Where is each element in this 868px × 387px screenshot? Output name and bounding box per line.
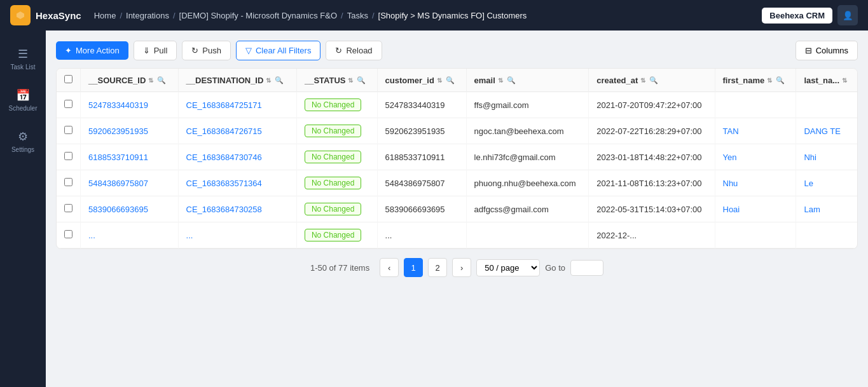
brand-logo[interactable]: HexaSync xyxy=(10,5,81,25)
row-source-id: 5920623951935 xyxy=(81,118,179,144)
source-id-link[interactable]: 5920623951935 xyxy=(88,126,148,136)
table-row: 5484386975807 CE_1683683571364 No Change… xyxy=(57,170,857,196)
status-badge: No Changed xyxy=(305,177,361,189)
data-table: __SOURCE_ID ⇅ 🔍 __DESTINATION_ID ⇅ 🔍 xyxy=(57,69,857,248)
row-created-at: 2022-12-... xyxy=(589,222,715,248)
user-icon-button[interactable]: 👤 xyxy=(837,5,858,25)
columns-button[interactable]: ⊟ Columns xyxy=(796,41,858,60)
more-action-button[interactable]: ✦ More Action xyxy=(56,41,128,60)
col-status[interactable]: __STATUS ⇅ 🔍 xyxy=(296,69,377,92)
col-email[interactable]: email ⇅ 🔍 xyxy=(466,69,589,92)
row-status: No Changed xyxy=(296,196,377,222)
push-button[interactable]: ↻ Push xyxy=(182,41,231,60)
filter-icon-first-name: 🔍 xyxy=(776,76,785,85)
row-customer-id: ... xyxy=(377,222,466,248)
source-id-link[interactable]: ... xyxy=(88,231,95,240)
sort-icon-status: ⇅ xyxy=(348,77,353,84)
source-id-link[interactable]: 6188533710911 xyxy=(88,153,148,162)
dest-id-link[interactable]: CE_1683683571364 xyxy=(186,179,262,188)
row-status: No Changed xyxy=(296,144,377,170)
sort-icon-email: ⇅ xyxy=(498,77,503,84)
col-created-at[interactable]: created_at ⇅ 🔍 xyxy=(589,69,715,92)
row-checkbox-cell[interactable] xyxy=(57,196,81,222)
topnav: HexaSync Home / Integrations / [DEMO] Sh… xyxy=(0,0,868,31)
row-checkbox[interactable] xyxy=(64,178,72,186)
row-source-id: 6188533710911 xyxy=(81,144,179,170)
status-badge: No Changed xyxy=(305,151,361,163)
sep2: / xyxy=(173,11,176,20)
row-dest-id: CE_1683684730258 xyxy=(178,196,296,222)
col-last-name[interactable]: last_na... ⇅ xyxy=(796,69,857,92)
source-id-link[interactable]: 5839066693695 xyxy=(88,205,148,214)
row-source-id: 5484386975807 xyxy=(81,170,179,196)
data-table-wrap: __SOURCE_ID ⇅ 🔍 __DESTINATION_ID ⇅ 🔍 xyxy=(56,68,858,249)
row-customer-id: 5484386975807 xyxy=(377,170,466,196)
row-checkbox[interactable] xyxy=(64,204,72,212)
select-all-checkbox[interactable] xyxy=(64,75,72,83)
tasklist-icon: ☰ xyxy=(18,47,28,61)
prev-page-button[interactable]: ‹ xyxy=(380,258,399,277)
table-header: __SOURCE_ID ⇅ 🔍 __DESTINATION_ID ⇅ 🔍 xyxy=(57,69,857,92)
row-source-id: ... xyxy=(81,222,179,248)
toolbar: ✦ More Action ⇓ Pull ↻ Push ▽ Clear All … xyxy=(56,41,858,60)
row-checkbox-cell[interactable] xyxy=(57,118,81,144)
clear-all-filters-button[interactable]: ▽ Clear All Filters xyxy=(236,41,320,60)
col-dest-id[interactable]: __DESTINATION_ID ⇅ 🔍 xyxy=(178,69,296,92)
sidebar-item-scheduler-label: Scheduler xyxy=(8,105,37,112)
source-id-link[interactable]: 5484386975807 xyxy=(88,179,148,188)
nav-current: [Shopify > MS Dynamics FO] Customers xyxy=(378,11,527,20)
row-email: le.nhi73fc@gmail.com xyxy=(466,144,589,170)
row-source-id: 5839066693695 xyxy=(81,196,179,222)
main-content: ✦ More Action ⇓ Pull ↻ Push ▽ Clear All … xyxy=(46,31,868,387)
nav-tasks[interactable]: Tasks xyxy=(347,11,368,20)
row-checkbox[interactable] xyxy=(64,126,72,134)
row-last-name xyxy=(796,92,857,118)
sort-icon-source-id: ⇅ xyxy=(148,77,153,84)
page-1-button[interactable]: 1 xyxy=(404,258,423,277)
row-status: No Changed xyxy=(296,170,377,196)
select-all-header[interactable] xyxy=(57,69,81,92)
row-checkbox-cell[interactable] xyxy=(57,92,81,118)
dest-id-link[interactable]: CE_1683684730746 xyxy=(186,153,262,162)
per-page-select[interactable]: 10 / page 20 / page 50 / page 100 / page xyxy=(476,259,540,276)
row-checkbox[interactable] xyxy=(64,230,72,238)
col-customer-id[interactable]: customer_id ⇅ 🔍 xyxy=(377,69,466,92)
dest-id-link[interactable]: CE_1683684730258 xyxy=(186,205,262,214)
sidebar-item-settings[interactable]: ⚙ Settings xyxy=(4,123,42,160)
row-email: adfgcss@gmail.com xyxy=(466,196,589,222)
push-icon: ↻ xyxy=(191,46,198,55)
nav-demo[interactable]: [DEMO] Shopify - Microsoft Dynamics F&O xyxy=(179,11,338,20)
page-2-button[interactable]: 2 xyxy=(428,258,447,277)
filter-icon-source-id: 🔍 xyxy=(157,76,166,85)
reload-button[interactable]: ↻ Reload xyxy=(326,41,382,60)
goto-input[interactable] xyxy=(570,260,603,276)
table-body: 5247833440319 CE_1683684725171 No Change… xyxy=(57,92,857,248)
dest-id-link[interactable]: CE_1683684726715 xyxy=(186,126,262,136)
row-checkbox-cell[interactable] xyxy=(57,170,81,196)
sidebar-item-scheduler[interactable]: 📅 Scheduler xyxy=(4,82,42,118)
row-last-name: Le xyxy=(796,170,857,196)
row-checkbox-cell[interactable] xyxy=(57,222,81,248)
source-id-link[interactable]: 5247833440319 xyxy=(88,100,148,110)
row-last-name: Lam xyxy=(796,196,857,222)
dest-id-link[interactable]: CE_1683684725171 xyxy=(186,100,262,110)
col-first-name[interactable]: first_name ⇅ 🔍 xyxy=(715,69,796,92)
dest-id-link[interactable]: ... xyxy=(186,231,193,240)
pull-button[interactable]: ⇓ Pull xyxy=(134,41,177,60)
sort-icon-last-name: ⇅ xyxy=(842,77,847,84)
next-page-button[interactable]: › xyxy=(452,258,471,277)
col-source-id[interactable]: __SOURCE_ID ⇅ 🔍 xyxy=(81,69,179,92)
row-last-name: DANG TE xyxy=(796,118,857,144)
crm-button[interactable]: Beehexa CRM xyxy=(762,8,832,24)
sidebar-item-tasklist[interactable]: ☰ Task List xyxy=(4,41,42,77)
row-first-name: Nhu xyxy=(715,170,796,196)
row-email xyxy=(466,222,589,248)
filter-icon-customer-id: 🔍 xyxy=(446,76,455,85)
row-checkbox[interactable] xyxy=(64,152,72,160)
row-checkbox-cell[interactable] xyxy=(57,144,81,170)
sort-icon-created-at: ⇅ xyxy=(640,77,645,84)
row-dest-id: CE_1683684725171 xyxy=(178,92,296,118)
row-checkbox[interactable] xyxy=(64,100,72,108)
nav-integrations[interactable]: Integrations xyxy=(126,11,169,20)
nav-home[interactable]: Home xyxy=(94,11,116,20)
